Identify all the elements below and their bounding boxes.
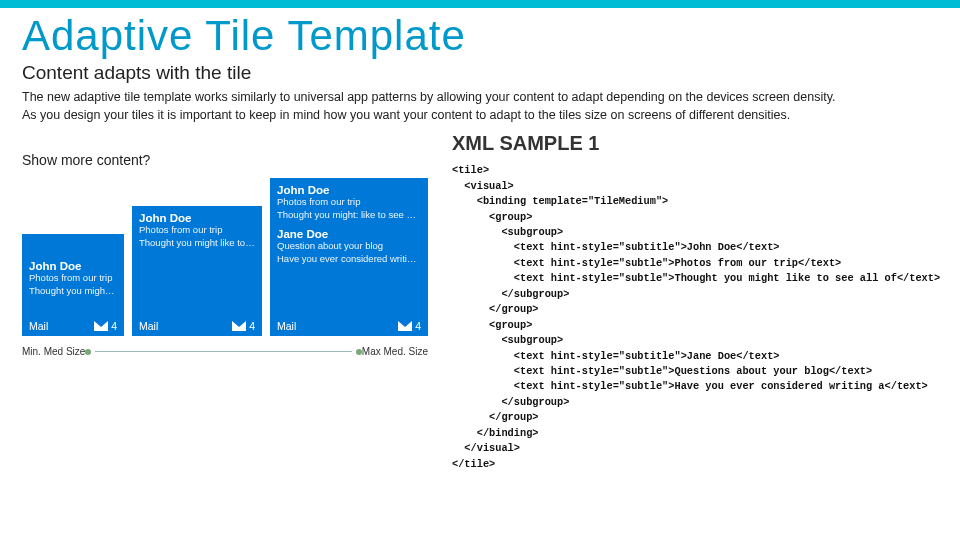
msg-name: John Doe	[29, 260, 117, 272]
msg-line: Photos from our trip	[277, 196, 421, 209]
size-range: Min. Med Size Max Med. Size	[22, 346, 428, 357]
mail-icon	[94, 321, 108, 331]
tile-badge: 4	[232, 320, 255, 332]
max-size-label: Max Med. Size	[362, 346, 428, 357]
tile-app-label: Mail	[139, 320, 158, 332]
page-subtitle: Content adapts with the tile	[22, 62, 938, 84]
min-size-label: Min. Med Size	[22, 346, 85, 357]
msg-name: Jane Doe	[277, 228, 421, 240]
tile-large: John Doe Photos from our trip Thought yo…	[270, 178, 428, 336]
msg-line: Have you ever considered writing a	[277, 253, 421, 266]
show-more-label: Show more content?	[22, 152, 428, 168]
msg-name: John Doe	[139, 212, 255, 224]
tile-app-label: Mail	[277, 320, 296, 332]
badge-count: 4	[249, 320, 255, 332]
mail-icon	[232, 321, 246, 331]
msg-line: Thought you might like to	[29, 285, 117, 298]
badge-count: 4	[415, 320, 421, 332]
msg-line: Photos from our trip	[29, 272, 117, 285]
badge-count: 4	[111, 320, 117, 332]
range-line	[95, 351, 352, 352]
msg-line: Thought you might like to see	[139, 237, 255, 250]
xml-sample-heading: XML SAMPLE 1	[452, 132, 940, 155]
range-dot	[85, 349, 91, 355]
tile-medium: John Doe Photos from our trip Thought yo…	[132, 206, 262, 336]
tile-small: John Doe Photos from our trip Thought yo…	[22, 234, 124, 336]
tiles-row: John Doe Photos from our trip Thought yo…	[22, 178, 428, 336]
tile-badge: 4	[94, 320, 117, 332]
msg-line: Question about your blog	[277, 240, 421, 253]
tile-app-label: Mail	[29, 320, 48, 332]
page-title: Adaptive Tile Template	[22, 12, 938, 60]
msg-line: Thought you might: like to see all o	[277, 209, 421, 222]
msg-line: Photos from our trip	[139, 224, 255, 237]
xml-code-block: <tile> <visual> <binding template="TileM…	[452, 163, 940, 472]
top-accent-bar	[0, 0, 960, 8]
tile-badge: 4	[398, 320, 421, 332]
mail-icon	[398, 321, 412, 331]
msg-name: John Doe	[277, 184, 421, 196]
page-description: The new adaptive tile template works sim…	[22, 88, 938, 124]
